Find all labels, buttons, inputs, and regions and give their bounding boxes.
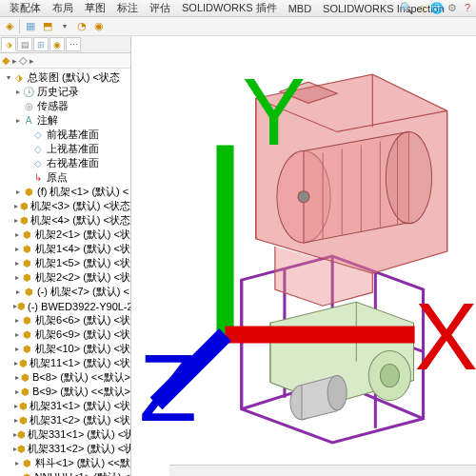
tree-sensors-icon: ◎	[22, 101, 35, 112]
tree-part-19-icon: ⬢	[21, 458, 33, 469]
expand-icon[interactable]: ▸	[13, 387, 20, 396]
tree-part-18[interactable]: ▸⬢机架331<2> (默认) <状	[0, 442, 130, 456]
tree-part-3[interactable]: ▸⬢机架2<1> (默认) <状	[0, 228, 130, 242]
tree-history[interactable]: ▸🕓历史记录	[0, 85, 130, 99]
expand-icon[interactable]: ▸	[13, 288, 22, 296]
tree-label: 机架2<2> (默认) <状	[35, 270, 130, 285]
breadcrumb: ◆ ▸ ◇ ▸	[0, 53, 130, 69]
tree-part-9[interactable]: ▸⬢机架6<6> (默认) <状	[0, 313, 130, 327]
home-icon[interactable]: ⌂	[415, 1, 428, 14]
tree-part-1[interactable]: ▸⬢机架<3> (默认) <状态	[0, 199, 130, 213]
tree-part-0[interactable]: ▸⬢(f) 机架<1> (默认) <	[0, 185, 130, 199]
tree-part-1-icon: ⬢	[19, 201, 29, 212]
tree-plane-2[interactable]: ◇右视基准面	[0, 156, 130, 170]
menu-mbd[interactable]: MBD	[283, 3, 317, 14]
menu-evaluate[interactable]: 评估	[144, 1, 176, 15]
expand-icon[interactable]: ▸	[13, 273, 21, 282]
tree-part-16[interactable]: ▸⬢机架31<2> (默认) <状	[0, 413, 130, 427]
tree-label: 原点	[47, 170, 68, 185]
tree-part-10[interactable]: ▸⬢机架6<9> (默认) <状	[0, 327, 130, 342]
menu-layout[interactable]: 布局	[47, 1, 79, 15]
tab-config[interactable]: ⊞	[33, 37, 49, 51]
tree-plane-0[interactable]: ◇前视基准面	[0, 128, 130, 142]
menu-addins[interactable]: SOLIDWORKS 插件	[176, 1, 283, 15]
feature-tree-panel: ⬗ ▤ ⊞ ◉ ⋯ ◆ ▸ ◇ ▸ ▾⬗总装图 (默认) <状态▸🕓历史记录◎传…	[0, 36, 131, 476]
tool3-icon[interactable]: ◉	[91, 19, 107, 34]
expand-icon[interactable]: ▸	[13, 330, 21, 339]
tree-label: 右视基准面	[47, 156, 99, 170]
tree-part-17[interactable]: ▸⬢机架331<1> (默认) <状	[0, 427, 130, 442]
orient-icon[interactable]: ◈	[2, 19, 17, 34]
tree-part-15[interactable]: ▸⬢机架31<1> (默认) <状	[0, 399, 130, 413]
tree-origin[interactable]: ↳原点	[0, 170, 130, 185]
tree-root-icon: ⬗	[12, 72, 26, 84]
tree-part-9-icon: ⬢	[21, 315, 33, 327]
tree-root[interactable]: ▾⬗总装图 (默认) <状态	[0, 70, 130, 85]
tree-sensors[interactable]: ◎传感器	[0, 99, 130, 113]
tree-part-20-icon: ⬢	[21, 472, 32, 477]
tree-part-6[interactable]: ▸⬢机架2<2> (默认) <状	[0, 270, 130, 285]
search-icon[interactable]: 🔍	[400, 1, 413, 14]
tree-plane-1[interactable]: ◇上视基准面	[0, 142, 130, 156]
tree-part-7[interactable]: ▸⬢(-) 机架<7> (默认) <	[0, 285, 130, 299]
dropdown-icon[interactable]: ▼	[57, 19, 72, 34]
expand-icon[interactable]: ▸	[13, 88, 22, 96]
expand-icon[interactable]: ▸	[13, 345, 21, 353]
settings-icon[interactable]: ⚙	[446, 1, 459, 14]
tree-part-13[interactable]: ▸⬢B<8> (默认) <<默认>	[0, 370, 130, 385]
tab-property[interactable]: ▤	[17, 37, 32, 51]
3d-viewport[interactable]: Y X Z	[131, 36, 476, 476]
tree-part-8[interactable]: ▸⬢(-) BWED3922-Y90L-2	[0, 299, 130, 313]
reference-icon[interactable]: ⬒	[40, 19, 55, 34]
tree-part-15-icon: ⬢	[19, 401, 28, 412]
tree-part-20[interactable]: ▸⬢NNHHH<1> (默认) <	[0, 470, 130, 476]
display-icon[interactable]: ▦	[23, 19, 38, 34]
tab-feature-tree[interactable]: ⬗	[1, 37, 16, 51]
tree-plane-2-icon: ◇	[31, 158, 45, 169]
tree-part-14[interactable]: ▸⬢B<9> (默认) <<默认>	[0, 385, 130, 399]
tree-part-5[interactable]: ▸⬢机架1<5> (默认) <状	[0, 256, 130, 270]
tree-label: B<9> (默认) <<默认>	[32, 385, 130, 399]
tree-part-2[interactable]: ▸⬢机架<4> (默认) <状态	[0, 213, 130, 228]
tree-label: 机架<3> (默认) <状态	[30, 199, 130, 213]
tree-part-4[interactable]: ▸⬢机架1<4> (默认) <状	[0, 242, 130, 256]
tree-label: 机架31<2> (默认) <状	[30, 413, 130, 427]
tree-label: 机架6<9> (默认) <状	[35, 327, 130, 342]
tree-plane-1-icon: ◇	[31, 144, 45, 155]
expand-icon[interactable]: ▾	[4, 73, 12, 82]
tree-part-19[interactable]: ▸⬢料斗<1> (默认) <<默	[0, 456, 130, 470]
expand-icon[interactable]: ▸	[13, 245, 21, 253]
expand-icon[interactable]: ▸	[13, 316, 21, 325]
view-triad[interactable]: Y X Z	[139, 29, 476, 468]
help-icon[interactable]: ?	[461, 1, 474, 14]
bc-icon2: ◇	[19, 54, 27, 67]
expand-icon[interactable]: ▸	[13, 373, 20, 382]
menu-assembly[interactable]: 装配体	[4, 1, 47, 15]
tab-display[interactable]: ◉	[50, 37, 65, 51]
expand-icon[interactable]: ▸	[13, 188, 22, 196]
expand-icon[interactable]: ▸	[13, 459, 21, 467]
feature-tree[interactable]: ▾⬗总装图 (默认) <状态▸🕓历史记录◎传感器▸A注解◇前视基准面◇上视基准面…	[0, 69, 130, 476]
tree-part-8-icon: ⬢	[17, 301, 26, 312]
expand-icon[interactable]: ▸	[13, 230, 21, 239]
tree-part-11-icon: ⬢	[21, 344, 33, 355]
tree-label: 注解	[37, 113, 58, 128]
globe-icon[interactable]: 🌐	[430, 1, 444, 14]
tree-part-12[interactable]: ▸⬢机架11<1> (默认) <状	[0, 356, 130, 370]
expand-icon[interactable]: ▸	[13, 259, 21, 268]
tree-part-2-icon: ⬢	[19, 215, 29, 227]
tool2-icon[interactable]: ◔	[74, 19, 89, 34]
expand-icon[interactable]: ▸	[13, 116, 22, 125]
tree-part-0-icon: ⬢	[22, 187, 35, 198]
tree-label: 机架331<2> (默认) <状	[28, 442, 130, 456]
tree-part-5-icon: ⬢	[21, 258, 33, 269]
tree-notes[interactable]: ▸A注解	[0, 113, 130, 128]
tree-label: (-) 机架<7> (默认) <	[37, 285, 129, 299]
menu-annotate[interactable]: 标注	[111, 1, 144, 15]
tab-more[interactable]: ⋯	[66, 37, 81, 51]
svg-text:Z: Z	[139, 335, 197, 441]
menu-sketch[interactable]: 草图	[79, 1, 111, 15]
tree-part-3-icon: ⬢	[21, 229, 33, 241]
tree-part-11[interactable]: ▸⬢机架<10> (默认) <状	[0, 342, 130, 356]
tree-label: NNHHH<1> (默认) <	[34, 470, 130, 476]
